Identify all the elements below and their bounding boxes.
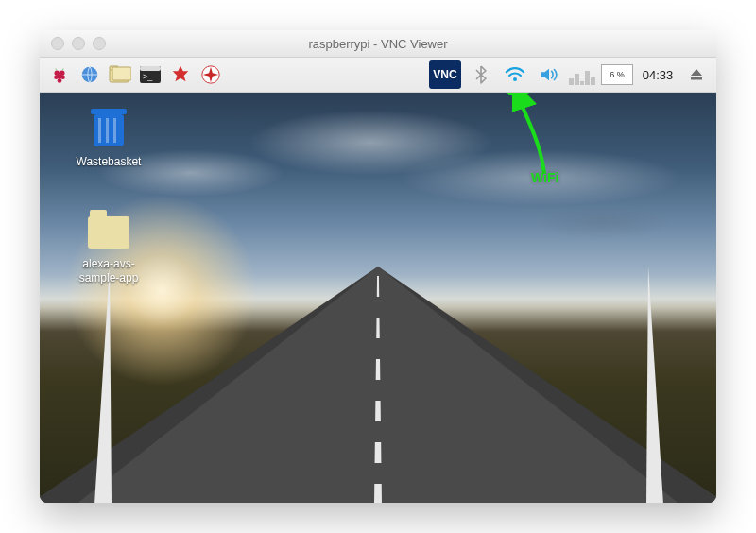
eject-icon[interactable]: [682, 60, 711, 89]
wolfram-icon[interactable]: [197, 60, 225, 89]
zoom-window-button[interactable]: [93, 37, 106, 50]
trash-icon: [88, 110, 129, 151]
desktop-icon-alexa-avs[interactable]: alexa-avs-sample-app: [66, 212, 151, 285]
file-manager-icon[interactable]: [106, 60, 134, 89]
bluetooth-icon[interactable]: [467, 60, 495, 89]
svg-rect-16: [691, 77, 702, 80]
cpu-percent[interactable]: 6 %: [601, 64, 633, 85]
minimize-window-button[interactable]: [72, 37, 85, 50]
cpu-graph-icon[interactable]: [569, 64, 595, 85]
pi-taskbar: >_ VNC: [40, 58, 716, 93]
terminal-icon[interactable]: >_: [136, 60, 164, 89]
svg-rect-9: [112, 67, 131, 80]
mac-titlebar: raspberrypi - VNC Viewer: [40, 30, 716, 58]
menu-raspberry-icon[interactable]: [45, 60, 74, 89]
svg-point-5: [58, 78, 62, 83]
system-tray: VNC 6 % 04:33: [429, 60, 711, 89]
svg-marker-13: [173, 66, 189, 82]
desktop-icon-wastebasket[interactable]: Wastebasket: [66, 110, 151, 168]
clock[interactable]: 04:33: [639, 68, 677, 82]
close-window-button[interactable]: [51, 37, 64, 50]
wifi-icon[interactable]: [501, 60, 529, 89]
desktop[interactable]: Wastebasket alexa-avs-sample-app WiFi: [40, 93, 716, 503]
svg-text:>_: >_: [143, 72, 153, 81]
desktop-icon-label: alexa-avs-sample-app: [66, 257, 151, 285]
folder-icon: [88, 212, 129, 253]
svg-point-3: [54, 76, 58, 79]
mathematica-icon[interactable]: [166, 60, 195, 89]
web-browser-icon[interactable]: [76, 60, 104, 89]
desktop-icon-label: Wastebasket: [77, 155, 142, 168]
svg-point-4: [60, 76, 64, 79]
svg-point-15: [513, 77, 517, 81]
vnc-server-icon[interactable]: VNC: [429, 60, 461, 89]
vnc-viewer-window: raspberrypi - VNC Viewer >_: [40, 30, 716, 503]
traffic-lights: [51, 37, 106, 50]
window-title: raspberrypi - VNC Viewer: [40, 37, 716, 51]
svg-rect-11: [140, 66, 161, 71]
volume-icon[interactable]: [535, 60, 563, 89]
